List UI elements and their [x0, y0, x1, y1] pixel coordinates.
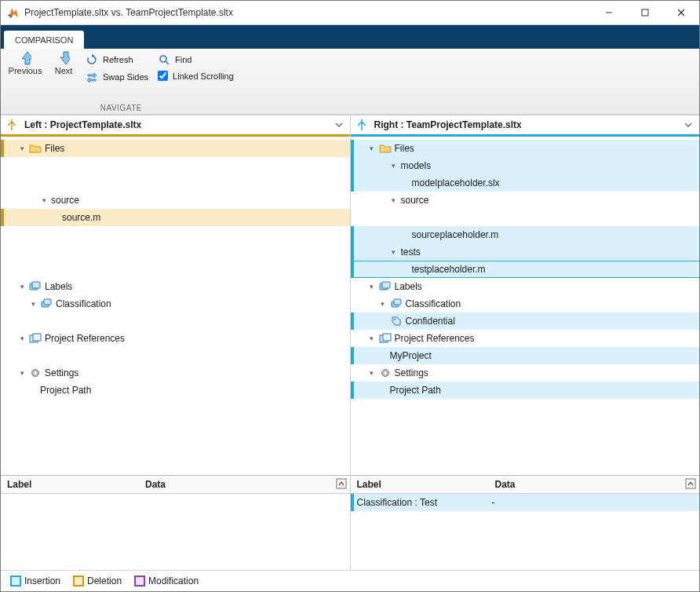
swatch-modification	[134, 576, 145, 587]
close-button[interactable]	[663, 1, 699, 24]
labels-icon	[40, 298, 53, 310]
arrow-down-icon	[57, 52, 70, 64]
chevron-down-icon[interactable]	[18, 283, 26, 291]
linked-scrolling-toggle[interactable]: Linked Scrolling	[155, 69, 237, 82]
tree-row-label: source	[401, 195, 429, 206]
compare-icon	[5, 119, 18, 131]
previous-button[interactable]: Previous	[5, 50, 45, 75]
chevron-down-icon[interactable]	[368, 283, 376, 291]
matlab-icon	[1, 6, 24, 19]
tree-row[interactable]: Settings	[351, 364, 700, 382]
tree-row[interactable]: source.m	[1, 209, 350, 226]
tree-row[interactable]: MyProject	[351, 347, 700, 364]
toolstrip: Previous Next Refresh Swap Sides	[1, 49, 699, 115]
tree-row[interactable]	[1, 226, 350, 243]
tree-row[interactable]	[1, 312, 350, 330]
svg-rect-21	[383, 334, 391, 341]
left-details-body	[1, 494, 350, 570]
tree-row[interactable]: testplaceholder.m	[351, 261, 700, 278]
col-data: Data	[489, 479, 683, 490]
tree-row[interactable]	[1, 157, 350, 174]
left-tree[interactable]: Filessourcesource.mLabelsClassificationP…	[1, 137, 350, 475]
left-details: Label Data	[1, 475, 350, 570]
collapse-up-icon[interactable]	[333, 478, 350, 492]
chevron-down-icon[interactable]	[682, 119, 695, 131]
tree-row[interactable]: Settings	[1, 364, 350, 382]
ribbon-bar: COMPARISON	[1, 25, 699, 49]
tree-row[interactable]	[1, 347, 350, 364]
chevron-down-icon[interactable]	[368, 334, 376, 342]
right-tree[interactable]: Filesmodelsmodelplaceholder.slxsourcesou…	[351, 137, 700, 475]
gear-icon	[379, 367, 392, 379]
tree-row-label: sourceplaceholder.m	[412, 229, 499, 240]
tab-comparison[interactable]: COMPARISON	[4, 31, 84, 49]
tree-row[interactable]	[1, 243, 350, 261]
tree-row[interactable]: models	[351, 157, 700, 174]
swap-sides-button[interactable]: Swap Sides	[82, 69, 151, 85]
search-icon	[158, 53, 170, 66]
tree-row[interactable]	[1, 174, 350, 192]
svg-point-19	[394, 319, 396, 320]
swap-icon	[86, 71, 98, 83]
chevron-down-icon[interactable]	[18, 144, 26, 152]
arrow-up-icon	[19, 52, 31, 64]
tree-row-label: Confidential	[406, 316, 455, 327]
tree-row[interactable]: Project Path	[1, 382, 350, 399]
chevron-down-icon[interactable]	[368, 144, 376, 152]
right-pane-title: Right : TeamProjectTemplate.sltx	[374, 119, 522, 130]
labels-icon	[390, 298, 403, 310]
chevron-down-icon[interactable]	[18, 334, 26, 342]
svg-rect-14	[337, 479, 346, 488]
label-icon	[379, 280, 392, 293]
collapse-up-icon[interactable]	[682, 478, 699, 492]
tree-row[interactable]: Project Path	[351, 382, 700, 399]
next-button[interactable]: Next	[48, 50, 79, 75]
find-button[interactable]: Find	[155, 52, 195, 68]
legend-insertion: Insertion	[10, 576, 60, 587]
chevron-down-icon[interactable]	[40, 196, 48, 204]
chevron-down-icon[interactable]	[390, 248, 398, 256]
chevron-down-icon[interactable]	[18, 369, 26, 377]
right-details-header: Label Data	[351, 476, 700, 494]
tree-row-label: models	[401, 160, 432, 171]
tree-row[interactable]	[1, 261, 350, 278]
minimize-button[interactable]	[591, 1, 627, 24]
refresh-button[interactable]: Refresh	[82, 52, 137, 68]
chevron-down-icon[interactable]	[379, 300, 387, 308]
tree-row[interactable]: Classification	[1, 295, 350, 312]
chevron-down-icon[interactable]	[29, 300, 37, 308]
tree-row-label: Classification	[406, 298, 461, 309]
tree-row[interactable]: tests	[351, 243, 700, 261]
tree-row[interactable]: Project References	[1, 330, 350, 347]
linked-scrolling-checkbox[interactable]	[158, 71, 168, 81]
tree-row[interactable]: Confidential	[351, 312, 700, 330]
tree-row-label: Project Path	[390, 385, 441, 396]
tree-row[interactable]: source	[351, 192, 700, 209]
tree-row-label: Labels	[395, 281, 422, 292]
tree-row[interactable]: Project References	[351, 330, 700, 347]
tree-row-label: testplaceholder.m	[412, 264, 486, 275]
tree-row[interactable]	[351, 209, 700, 226]
tree-row[interactable]: Labels	[1, 278, 350, 295]
tree-row[interactable]: Classification	[351, 295, 700, 312]
legend: Insertion Deletion Modification	[1, 570, 699, 591]
tree-row[interactable]: Files	[1, 140, 350, 157]
window-title: ProjectTemplate.sltx vs. TeamProjectTemp…	[24, 7, 591, 18]
chevron-down-icon[interactable]	[390, 162, 398, 170]
svg-line-5	[166, 61, 169, 64]
tree-row[interactable]: source	[1, 192, 350, 209]
tree-row[interactable]: modelplaceholder.slx	[351, 174, 700, 192]
svg-rect-7	[32, 282, 40, 288]
tree-row-label: Project References	[45, 333, 125, 344]
tree-row[interactable]: sourceplaceholder.m	[351, 226, 700, 243]
maximize-button[interactable]	[627, 1, 663, 24]
chevron-down-icon[interactable]	[333, 119, 345, 131]
tree-row-label: tests	[401, 247, 421, 258]
tree-row[interactable]: Files	[351, 140, 700, 157]
tree-row-label: Project Path	[40, 385, 91, 396]
tree-row[interactable]: Labels	[351, 278, 700, 295]
chevron-down-icon[interactable]	[390, 196, 398, 204]
col-label: Label	[1, 479, 139, 490]
details-row[interactable]: Classification : Test-	[351, 494, 700, 511]
chevron-down-icon[interactable]	[368, 369, 376, 377]
